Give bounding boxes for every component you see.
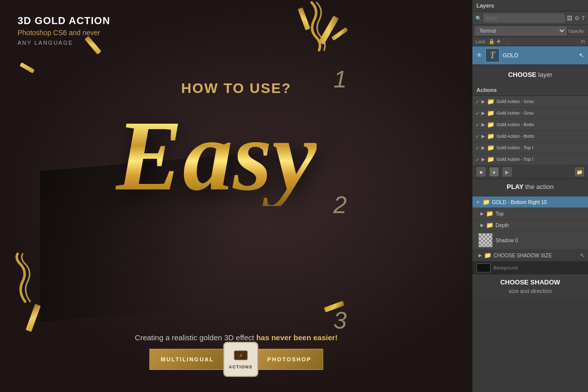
- top-folder-item[interactable]: ▶ 📁 Top: [472, 208, 588, 220]
- top-folder-name: Top: [496, 211, 585, 217]
- fill-label: Fi: [581, 39, 585, 44]
- layers-icon1[interactable]: 🖼: [567, 15, 572, 21]
- action-item-0[interactable]: ✓ ▶ 📁 Gold Action - Grou: [472, 96, 588, 108]
- choose-shadow-sublabel: size and direction: [472, 288, 588, 298]
- choose-shadow-size-name: CHOOSE SHADOW SIZE: [494, 253, 578, 258]
- opacity-label: Opacity:: [568, 29, 585, 34]
- action-name-1: Gold Action - Grou: [497, 111, 584, 116]
- gold-bottom-right-item[interactable]: ▼ 📁 GOLD - Bottom Right 10: [472, 197, 588, 208]
- choose-text: CHOOSE: [508, 71, 536, 78]
- main-folder-arrow[interactable]: ▼: [475, 200, 480, 205]
- blend-mode-select[interactable]: Normal: [475, 27, 566, 35]
- action-name-5: Gold Action - Top l: [497, 157, 584, 162]
- action-expand-icon[interactable]: ▶: [481, 134, 485, 139]
- action-name-4: Gold Action - Top l: [497, 145, 584, 150]
- background-swatch: [476, 263, 491, 272]
- background-bar: Background: [472, 261, 588, 274]
- lock-label-text: Lock:: [475, 39, 486, 44]
- layers-header: Layers: [472, 0, 588, 12]
- layer-visibility-icon[interactable]: 👁: [476, 52, 482, 59]
- play-action-label: PLAY the action: [472, 179, 588, 197]
- action-item-2[interactable]: ✓ ▶ 📁 Gold Action - Botto: [472, 119, 588, 131]
- action-expand-icon[interactable]: ▶: [481, 99, 485, 104]
- main-title: 3D GOLD ACTION: [18, 15, 110, 27]
- action-folder-icon: 📁: [487, 133, 495, 140]
- play-button[interactable]: ▶: [503, 167, 512, 176]
- main-folder-icon: 📁: [482, 199, 490, 206]
- action-name-0: Gold Action - Grou: [497, 99, 584, 104]
- actions-badge: ⚡ ACTIONS: [223, 342, 258, 377]
- action-item-1[interactable]: ✓ ▶ 📁 Gold Action - Grou: [472, 108, 588, 119]
- choose-shadow-section: CHOOSE SHADOW size and direction: [472, 274, 588, 298]
- actions-toolbar: ■ ● ▶ 📁: [472, 165, 588, 179]
- action-name-3: Gold Action - Botto: [497, 134, 584, 139]
- stop-button[interactable]: ■: [476, 167, 485, 176]
- action-folder-icon: 📁: [487, 98, 495, 105]
- action-item-4[interactable]: ✓ ▶ 📁 Gold Action - Top l: [472, 142, 588, 154]
- action-expand-icon[interactable]: ▶: [481, 111, 485, 116]
- bottom-subtitle: Creating a realistic golden 3D effect ha…: [135, 333, 337, 342]
- choose-layer-label: CHOOSE layer: [472, 67, 588, 84]
- depth-folder-icon: 📁: [486, 222, 494, 229]
- shadow-0-thumbnail: [478, 233, 493, 247]
- layers-icon2[interactable]: ⚙: [574, 15, 579, 22]
- step-3-number: 3: [333, 307, 347, 334]
- actions-section: Actions ✓ ▶ 📁 Gold Action - Grou ✓ ▶ 📁 G…: [472, 84, 588, 179]
- action-expand-icon[interactable]: ▶: [481, 157, 485, 162]
- photoshop-subtitle: Photoshop CS6 and never: [18, 29, 110, 37]
- lock-icon: 🔒: [488, 39, 495, 44]
- how-to-use-label: HOW TO USE?: [181, 80, 291, 96]
- main-folder-name: GOLD - Bottom Right 10: [492, 200, 585, 205]
- bottom-subtitle-text: Creating a realistic golden 3D effect: [135, 333, 256, 342]
- choose-shadow-label: CHOOSE SHADOW: [472, 274, 588, 288]
- depth-expand-icon[interactable]: ▶: [480, 223, 484, 228]
- action-folder-icon: 📁: [487, 121, 495, 128]
- language-label: ANY LANGUAGE: [18, 40, 110, 46]
- choose-shadow-strong: CHOOSE SHADOW: [500, 278, 560, 286]
- layer-thumbnail: T: [485, 48, 500, 62]
- main-canvas: 3D GOLD ACTION Photoshop CS6 and never A…: [0, 0, 472, 392]
- search-icon: 🔍: [475, 16, 481, 21]
- move-icon: ✥: [497, 39, 501, 44]
- gold-layer-item[interactable]: 👁 T GOLD ↖: [472, 46, 588, 65]
- multilingual-badge: MULTILINGUAL: [149, 349, 226, 370]
- cursor-icon: ↖: [579, 52, 584, 59]
- easy-text: Easy: [116, 106, 317, 206]
- record-button[interactable]: ●: [489, 167, 499, 176]
- action-folder-icon: 📁: [487, 156, 495, 163]
- action-expand-icon[interactable]: ▶: [481, 122, 485, 127]
- top-expand-icon[interactable]: ▶: [480, 211, 484, 216]
- action-expand-icon[interactable]: ▶: [481, 145, 485, 150]
- action-name-2: Gold Action - Botto: [497, 122, 584, 127]
- layers-icon3[interactable]: T: [581, 15, 585, 21]
- choose-shadow-size-item[interactable]: ▶ 📁 CHOOSE SHADOW SIZE ↖: [472, 250, 588, 261]
- action-check-icon: ✓: [475, 99, 479, 105]
- blend-mode-row: Normal Opacity:: [472, 25, 588, 37]
- depth-folder-item[interactable]: ▶ 📁 Depth: [472, 220, 588, 231]
- layers-kind-toolbar: 🔍 🖼 ⚙ T: [472, 12, 588, 25]
- action-folder-icon: 📁: [487, 144, 495, 151]
- lock-row: Lock: 🔒 ✥ ⬛ Fi: [472, 37, 588, 46]
- layers-tree-section: ▼ 📁 GOLD - Bottom Right 10 ▶ 📁 Top ▶ 📁 D…: [472, 197, 588, 274]
- actions-header: Actions: [472, 84, 588, 96]
- play-text: PLAY: [507, 183, 523, 190]
- play-sublabel: the action: [525, 183, 553, 190]
- step-2-number: 2: [333, 191, 347, 219]
- layers-kind-input[interactable]: [483, 14, 565, 23]
- action-folder-icon: 📁: [487, 110, 495, 117]
- bottom-subtitle-highlight: has never been easier!: [256, 333, 338, 342]
- actions-badge-label: ACTIONS: [229, 364, 253, 369]
- layer-name-text: GOLD: [503, 52, 576, 58]
- folder-button[interactable]: 📁: [575, 167, 584, 176]
- action-check-icon: ✓: [475, 145, 479, 151]
- background-label: Background: [494, 265, 518, 270]
- top-folder-icon: 📁: [486, 210, 494, 217]
- action-check-icon: ✓: [475, 134, 479, 139]
- choose-shadow-expand-icon[interactable]: ▶: [478, 253, 482, 258]
- action-item-5[interactable]: ✓ ▶ 📁 Gold Action - Top l: [472, 154, 588, 165]
- shadow-0-item[interactable]: Shadow 0: [472, 231, 588, 250]
- top-left-info: 3D GOLD ACTION Photoshop CS6 and never A…: [18, 15, 110, 46]
- action-check-icon: ✓: [475, 122, 479, 128]
- action-item-3[interactable]: ✓ ▶ 📁 Gold Action - Botto: [472, 131, 588, 142]
- fill-icon: ⬛: [503, 39, 509, 44]
